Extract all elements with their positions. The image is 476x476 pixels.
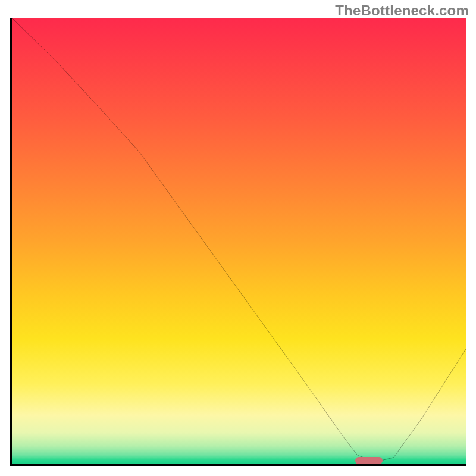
chart-container: TheBottleneck.com [0, 0, 476, 476]
plot-area [10, 18, 466, 466]
bottleneck-curve-path [12, 18, 466, 462]
curve-svg [12, 18, 466, 464]
watermark-text: TheBottleneck.com [335, 2, 469, 19]
optimal-marker [355, 457, 383, 464]
